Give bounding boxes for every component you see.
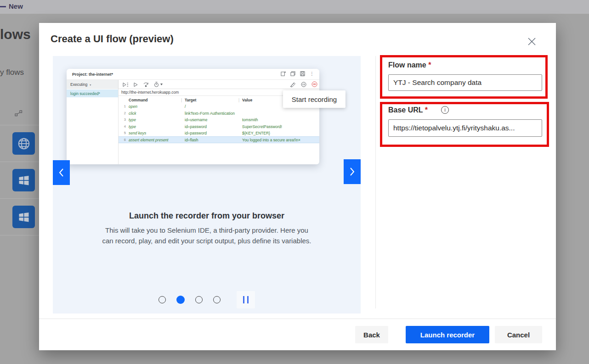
- carousel-dot-1[interactable]: [159, 296, 166, 303]
- close-button[interactable]: [525, 35, 538, 48]
- table-row-selected: 6 assert element present id=flash You lo…: [119, 136, 319, 143]
- ide-title-bar: Project: the-internet*: [67, 69, 319, 80]
- play-icon: [134, 82, 138, 87]
- pause-icon: [243, 296, 244, 303]
- create-ui-flow-dialog: Create a UI flow (preview) Project: the-…: [39, 23, 556, 350]
- row-target: id=username: [185, 118, 207, 122]
- carousel-dot-3[interactable]: [195, 296, 203, 303]
- row-target: id=flash: [185, 138, 198, 142]
- chevron-right-icon: [350, 168, 355, 176]
- carousel-description-line: This will take you to Selenium IDE, a th…: [53, 225, 361, 235]
- required-asterisk: *: [425, 106, 428, 114]
- row-number: 6: [119, 138, 126, 142]
- screen: New lows y flows: [0, 0, 589, 364]
- ide-test-list: login succeeded*: [67, 89, 119, 164]
- ide-test-dropdown: Executing ▾: [67, 80, 119, 89]
- cancel-button[interactable]: Cancel: [495, 326, 542, 343]
- start-recording-tooltip: Start recording: [283, 90, 345, 108]
- windows-icon: [17, 174, 30, 187]
- back-button[interactable]: Back: [355, 326, 388, 343]
- tab-my-flows-cropped[interactable]: y flows: [0, 68, 24, 77]
- carousel-panel: Project: the-internet*: [53, 56, 361, 314]
- row-value: ${KEY_ENTER}: [242, 131, 270, 135]
- row-value: You logged into a secure area!\n×: [242, 138, 300, 142]
- open-project-icon: [290, 71, 295, 76]
- flow-name-input[interactable]: [388, 74, 542, 91]
- column-target: Target: [185, 98, 196, 102]
- list-item-desktop-flow[interactable]: [12, 169, 35, 191]
- table-row: 2 click linkText=Form Authentication: [119, 110, 319, 117]
- list-divider: [0, 198, 39, 199]
- windows-icon: [17, 211, 30, 224]
- table-row: 3 type id=username tomsmith: [119, 116, 319, 123]
- selenium-ide-screenshot: Project: the-internet*: [67, 69, 319, 164]
- carousel-pause-button[interactable]: [237, 291, 255, 308]
- list-divider: [0, 125, 39, 125]
- list-item-desktop-flow[interactable]: [12, 206, 35, 228]
- table-row: 5 send keys id=password ${KEY_ENTER}: [119, 129, 319, 136]
- record-icon: [311, 81, 317, 87]
- base-url-label-text: Base URL: [388, 106, 423, 114]
- flow-name-label-text: Flow name: [388, 61, 426, 69]
- kebab-menu-icon: ⋮: [310, 71, 314, 76]
- flow-name-label: Flow name *: [388, 61, 431, 69]
- base-url-input[interactable]: [388, 119, 542, 137]
- required-asterisk: *: [428, 61, 431, 69]
- carousel-description-line: can record, play, and edit your script o…: [53, 235, 361, 246]
- launch-recorder-button[interactable]: Launch recorder: [406, 326, 489, 343]
- carousel-dot-4[interactable]: [213, 296, 221, 303]
- row-target: linkText=Form Authentication: [185, 111, 235, 116]
- row-target: id=password: [185, 131, 207, 135]
- list-item-web-flow[interactable]: [12, 132, 35, 155]
- chevron-down-icon: ▾: [90, 83, 91, 86]
- page-title-cropped: lows: [0, 27, 31, 42]
- save-project-icon: [300, 71, 305, 76]
- pause-exception-icon: [301, 82, 306, 87]
- column-value: Value: [242, 98, 252, 102]
- column-divider: |: [181, 98, 182, 102]
- timer-icon: [154, 82, 163, 87]
- row-number: 4: [119, 124, 126, 129]
- carousel-dots: [53, 291, 361, 308]
- list-divider: [0, 162, 39, 162]
- base-url-label: Base URL *: [388, 106, 428, 114]
- step-over-icon: [143, 82, 148, 87]
- carousel-dot-2-active[interactable]: [176, 296, 185, 304]
- ide-project-title: Project: the-internet*: [72, 72, 113, 77]
- close-icon: [528, 38, 536, 45]
- disable-breakpoints-icon: [290, 82, 296, 87]
- ide-test-item[interactable]: login succeeded*: [67, 90, 118, 97]
- row-number: 3: [119, 118, 126, 122]
- row-number: 5: [119, 131, 126, 135]
- row-command: type: [129, 124, 136, 129]
- ide-command-table: 1 open / 2 click linkText=Form Authentic…: [119, 103, 319, 143]
- info-icon[interactable]: i: [441, 106, 449, 114]
- new-button[interactable]: New: [9, 2, 23, 10]
- row-value: tomsmith: [242, 118, 258, 122]
- row-target: id=password: [185, 124, 207, 129]
- row-number: 2: [119, 111, 126, 115]
- row-target: /: [185, 104, 186, 109]
- carousel-next-button[interactable]: [344, 159, 361, 184]
- carousel-prev-button[interactable]: [53, 160, 70, 185]
- new-plus-icon: [0, 6, 6, 7]
- row-command: open: [129, 104, 137, 109]
- vertical-divider: [375, 56, 376, 308]
- table-row: 4 type id=password SuperSecretPassword!: [119, 123, 319, 130]
- row-value: SuperSecretPassword!: [242, 124, 282, 129]
- row-command: assert element present: [129, 138, 168, 142]
- chevron-left-icon: [59, 168, 64, 177]
- column-command: Command: [129, 98, 148, 102]
- row-command: click: [129, 111, 136, 116]
- carousel-description: This will take you to Selenium IDE, a th…: [53, 225, 361, 246]
- column-divider: |: [238, 98, 239, 102]
- globe-icon: [17, 137, 31, 151]
- footer-divider: [39, 319, 556, 319]
- row-command: type: [129, 118, 136, 122]
- flow-run-icon: [15, 110, 23, 117]
- list-divider: [0, 235, 39, 235]
- play-all-icon: [123, 82, 128, 87]
- new-project-icon: [281, 71, 286, 76]
- row-number: 1: [119, 104, 126, 108]
- row-command: send keys: [129, 131, 146, 135]
